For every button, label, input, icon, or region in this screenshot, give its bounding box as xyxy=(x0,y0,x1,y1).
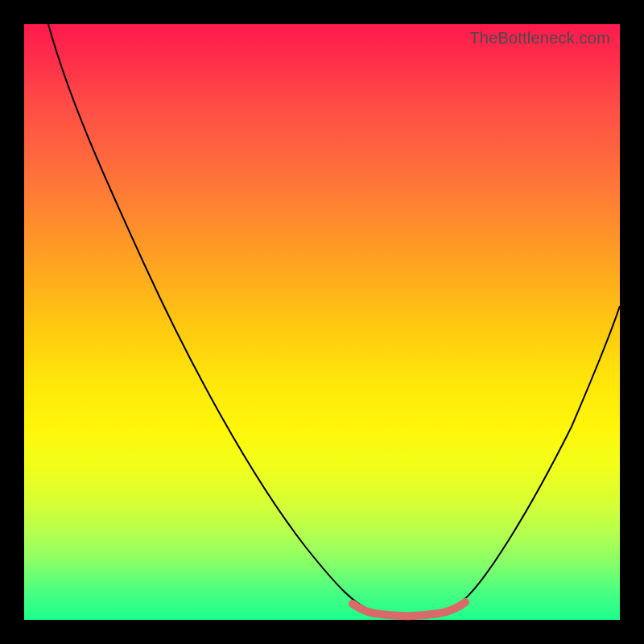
chart-plot-area: TheBottleneck.com xyxy=(24,24,620,620)
chart-svg xyxy=(24,24,620,620)
optimal-region-marker xyxy=(353,602,465,616)
bottleneck-curve xyxy=(48,24,620,615)
